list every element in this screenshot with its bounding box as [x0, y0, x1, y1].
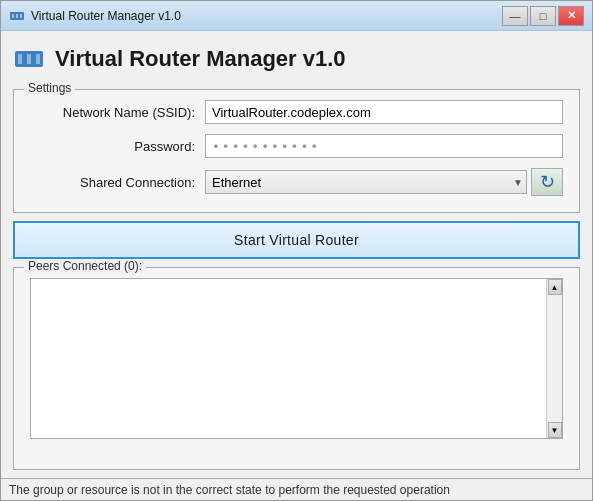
- network-name-input[interactable]: [205, 100, 563, 124]
- connection-select-wrapper: Ethernet Wi-Fi Local Area Connection ▼: [205, 170, 527, 194]
- peers-content: ▲ ▼: [30, 278, 563, 439]
- title-icon: [9, 8, 25, 24]
- app-title: Virtual Router Manager v1.0: [55, 46, 346, 72]
- title-text: Virtual Router Manager v1.0: [31, 9, 181, 23]
- svg-rect-2: [16, 14, 18, 18]
- app-header: Virtual Router Manager v1.0: [13, 39, 580, 81]
- scrollbar-down-button[interactable]: ▼: [548, 422, 562, 438]
- minimize-button[interactable]: —: [502, 6, 528, 26]
- shared-connection-row: Shared Connection: Ethernet Wi-Fi Local …: [30, 168, 563, 196]
- main-window: Virtual Router Manager v1.0 — □ ✕ Virtua…: [0, 0, 593, 501]
- refresh-icon: ↻: [540, 171, 555, 193]
- shared-connection-select[interactable]: Ethernet Wi-Fi Local Area Connection: [205, 170, 527, 194]
- scrollbar: ▲ ▼: [546, 279, 562, 438]
- svg-rect-3: [20, 14, 22, 18]
- svg-rect-5: [18, 54, 22, 64]
- svg-rect-1: [12, 14, 14, 18]
- scrollbar-up-button[interactable]: ▲: [548, 279, 562, 295]
- refresh-button[interactable]: ↻: [531, 168, 563, 196]
- peers-legend: Peers Connected (0):: [24, 259, 146, 273]
- settings-group: Settings Network Name (SSID): Password: …: [13, 89, 580, 213]
- title-bar-left: Virtual Router Manager v1.0: [9, 8, 181, 24]
- network-name-row: Network Name (SSID):: [30, 100, 563, 124]
- peers-group: Peers Connected (0): ▲ ▼: [13, 267, 580, 470]
- content-area: Virtual Router Manager v1.0 Settings Net…: [1, 31, 592, 478]
- status-message: The group or resource is not in the corr…: [9, 483, 450, 497]
- password-row: Password:: [30, 134, 563, 158]
- app-icon: [13, 43, 45, 75]
- connection-controls: Ethernet Wi-Fi Local Area Connection ▼ ↻: [205, 168, 563, 196]
- start-virtual-router-button[interactable]: Start Virtual Router: [13, 221, 580, 259]
- title-controls: — □ ✕: [502, 6, 584, 26]
- status-bar: The group or resource is not in the corr…: [1, 478, 592, 500]
- svg-rect-8: [23, 65, 35, 67]
- title-bar: Virtual Router Manager v1.0 — □ ✕: [1, 1, 592, 31]
- maximize-button[interactable]: □: [530, 6, 556, 26]
- close-button[interactable]: ✕: [558, 6, 584, 26]
- svg-rect-6: [27, 54, 31, 64]
- shared-connection-label: Shared Connection:: [30, 175, 205, 190]
- password-label: Password:: [30, 139, 205, 154]
- svg-rect-7: [36, 54, 40, 64]
- network-name-label: Network Name (SSID):: [30, 105, 205, 120]
- password-input[interactable]: [205, 134, 563, 158]
- settings-legend: Settings: [24, 81, 75, 95]
